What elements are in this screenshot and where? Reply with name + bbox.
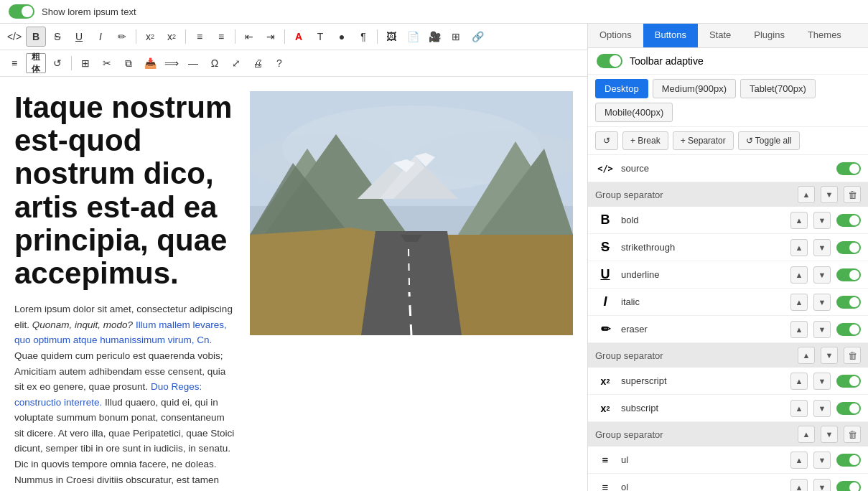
tb-help[interactable]: ? xyxy=(269,53,289,73)
tb-italic[interactable]: I xyxy=(90,27,111,47)
ul-down[interactable]: ▼ xyxy=(813,452,831,469)
tab-plugins[interactable]: Plugins xyxy=(742,24,796,47)
strike-up[interactable]: ▲ xyxy=(790,239,808,256)
underline-up[interactable]: ▲ xyxy=(790,266,808,284)
tb-print[interactable]: 🖨 xyxy=(248,53,268,73)
bold-up[interactable]: ▲ xyxy=(790,212,808,229)
source-toggle[interactable] xyxy=(836,162,861,175)
tb-text-style[interactable]: T xyxy=(310,27,330,47)
tb-video[interactable]: 🎥 xyxy=(424,27,444,47)
toolbar-adaptive-row: Toolbar adaptive xyxy=(588,48,868,75)
tb-special-char[interactable]: Ω xyxy=(205,53,225,73)
tb-ul[interactable]: ≡ xyxy=(190,27,210,47)
subscript-toggle[interactable] xyxy=(836,402,861,415)
tb-image[interactable]: 🖼 xyxy=(381,27,401,47)
italic-label: italic xyxy=(621,296,785,307)
tb-dot[interactable]: ● xyxy=(332,27,352,47)
tb-arrow-right[interactable]: ⟹ xyxy=(162,53,182,73)
tab-options[interactable]: Options xyxy=(588,24,643,47)
lorem-ipsum-toggle[interactable] xyxy=(9,4,34,19)
superscript-label: superscript xyxy=(621,375,785,386)
tb-outdent[interactable]: ⇤ xyxy=(239,27,259,47)
ul-label: ul xyxy=(621,454,785,465)
toggle-track[interactable] xyxy=(9,4,34,19)
action-separator[interactable]: + Separator xyxy=(673,131,734,150)
sep3-down[interactable]: ▼ xyxy=(821,426,838,443)
tb-paragraph[interactable]: ¶ xyxy=(353,27,373,47)
sep1-delete[interactable]: 🗑 xyxy=(844,186,861,203)
tb-superscript[interactable]: x2 xyxy=(140,27,160,47)
separator-row-3: Group separator ▲ ▼ 🗑 xyxy=(588,422,868,446)
sep2-down[interactable]: ▼ xyxy=(821,347,838,364)
subscript-down[interactable]: ▼ xyxy=(813,400,831,417)
separator-row-1: Group separator ▲ ▼ 🗑 xyxy=(588,182,868,207)
underline-toggle[interactable] xyxy=(836,268,861,281)
tb-font-color[interactable]: A xyxy=(289,27,309,47)
sep2-up[interactable]: ▲ xyxy=(798,347,815,364)
tb-cut[interactable]: ✂ xyxy=(97,53,117,73)
ol-toggle[interactable] xyxy=(836,481,861,492)
tb-bold-text[interactable]: 粗体 xyxy=(26,53,46,73)
tb-file[interactable]: 📄 xyxy=(403,27,423,47)
superscript-toggle[interactable] xyxy=(836,375,861,388)
tb-undo[interactable]: ↺ xyxy=(47,53,67,73)
italic-down[interactable]: ▼ xyxy=(813,294,831,311)
subscript-up[interactable]: ▲ xyxy=(790,400,808,417)
ul-toggle[interactable] xyxy=(836,454,861,467)
sep3-up[interactable]: ▲ xyxy=(798,426,815,443)
tb-indent[interactable]: ⇥ xyxy=(261,27,281,47)
tab-themes[interactable]: Themes xyxy=(796,24,853,47)
tb-fullscreen[interactable]: ⤢ xyxy=(226,53,246,73)
adaptive-toggle-track[interactable] xyxy=(597,54,622,68)
tb-eraser[interactable]: ✏ xyxy=(112,27,132,47)
action-break[interactable]: + Break xyxy=(622,131,668,150)
adaptive-toggle[interactable] xyxy=(597,54,622,68)
resp-tab-medium[interactable]: Medium(900px) xyxy=(653,79,736,98)
eraser-toggle[interactable] xyxy=(836,323,861,336)
tb-table[interactable]: ⊞ xyxy=(446,27,466,47)
link-2[interactable]: Duo Reges: constructio interrete. xyxy=(14,381,202,408)
ol-up[interactable]: ▲ xyxy=(790,479,808,492)
tb-bold[interactable]: B xyxy=(26,27,46,47)
sep1-up[interactable]: ▲ xyxy=(798,186,815,203)
resp-tab-tablet[interactable]: Tablet(700px) xyxy=(740,79,816,98)
superscript-down[interactable]: ▼ xyxy=(813,373,831,390)
subscript-icon: x2 xyxy=(595,403,615,414)
sep1-down[interactable]: ▼ xyxy=(821,186,838,203)
eraser-up[interactable]: ▲ xyxy=(790,321,808,338)
eraser-down[interactable]: ▼ xyxy=(813,321,831,338)
tb-subscript[interactable]: x2 xyxy=(162,27,182,47)
separator-label-2: Group separator xyxy=(595,350,792,361)
italic-toggle[interactable] xyxy=(836,296,861,309)
tb-grid[interactable]: ⊞ xyxy=(75,53,95,73)
action-restore[interactable]: ↺ xyxy=(595,131,618,150)
bold-icon: B xyxy=(595,212,615,228)
superscript-up[interactable]: ▲ xyxy=(790,373,808,390)
tb-paste[interactable]: 📥 xyxy=(140,53,160,73)
ul-up[interactable]: ▲ xyxy=(790,452,808,469)
tb-link[interactable]: 🔗 xyxy=(467,27,487,47)
underline-icon: U xyxy=(595,267,615,282)
tb-ol[interactable]: ≡ xyxy=(211,27,231,47)
sep2-delete[interactable]: 🗑 xyxy=(844,347,861,364)
action-toggle-all[interactable]: ↺ Toggle all xyxy=(738,131,800,150)
bold-toggle[interactable] xyxy=(836,214,861,227)
tb-format[interactable]: ≡ xyxy=(4,53,24,73)
bold-down[interactable]: ▼ xyxy=(813,212,831,229)
tb-copy[interactable]: ⧉ xyxy=(118,53,139,73)
tb-underline[interactable]: U xyxy=(69,27,89,47)
ol-down[interactable]: ▼ xyxy=(813,479,831,492)
separator-label-1: Group separator xyxy=(595,190,792,200)
tab-state[interactable]: State xyxy=(698,24,742,47)
resp-tab-mobile[interactable]: Mobile(400px) xyxy=(595,103,673,122)
tb-hr[interactable]: — xyxy=(183,53,203,73)
tb-strikethrough[interactable]: S xyxy=(47,27,67,47)
resp-tab-desktop[interactable]: Desktop xyxy=(595,79,648,98)
italic-up[interactable]: ▲ xyxy=(790,294,808,311)
underline-down[interactable]: ▼ xyxy=(813,266,831,284)
tab-buttons[interactable]: Buttons xyxy=(643,24,698,47)
strike-toggle[interactable] xyxy=(836,241,861,254)
strike-down[interactable]: ▼ xyxy=(813,239,831,256)
sep3-delete[interactable]: 🗑 xyxy=(844,426,861,443)
tb-source[interactable]: </> xyxy=(4,27,24,47)
